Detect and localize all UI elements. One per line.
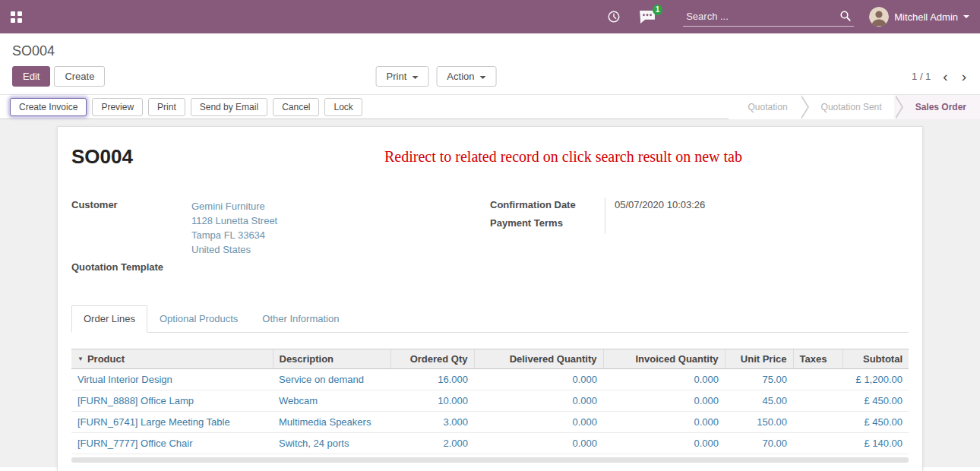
field-payment-terms: Payment Terms bbox=[490, 216, 909, 234]
column-header-description[interactable]: Description bbox=[273, 349, 390, 369]
tab-other-information[interactable]: Other Information bbox=[250, 305, 351, 332]
lock-button[interactable]: Lock bbox=[324, 98, 362, 116]
table-header: ▼Product Description Ordered Qty Deliver… bbox=[71, 349, 909, 369]
action-menu-label: Action bbox=[447, 71, 474, 82]
column-header-taxes[interactable]: Taxes bbox=[793, 349, 842, 369]
sort-caret-icon: ▼ bbox=[77, 356, 84, 362]
customer-value[interactable]: Gemini Furniture 1128 Lunetta Street Tam… bbox=[191, 198, 277, 257]
message-count-badge: 1 bbox=[653, 5, 663, 15]
cell-subtotal: £ 450.00 bbox=[842, 390, 909, 412]
cell-description[interactable]: Multimedia Speakers bbox=[273, 412, 390, 433]
cell-subtotal: £ 450.00 bbox=[842, 412, 909, 433]
caret-down-icon bbox=[479, 76, 485, 79]
table-header-row: ▼Product Description Ordered Qty Deliver… bbox=[71, 349, 909, 369]
cell-taxes bbox=[793, 369, 842, 390]
cell-product[interactable]: Virtual Interior Design bbox=[71, 369, 273, 390]
status-step-sales-order[interactable]: Sales Order bbox=[896, 95, 980, 119]
quotation-template-label: Quotation Template bbox=[71, 260, 191, 278]
tab-order-lines[interactable]: Order Lines bbox=[71, 305, 147, 333]
cell-product[interactable]: [FURN_6741] Large Meeting Table bbox=[71, 412, 273, 433]
statusbar: Create Invoice Preview Print Send by Ema… bbox=[0, 94, 980, 119]
status-step-quotation[interactable]: Quotation bbox=[729, 95, 801, 119]
top-navbar: 1 Mitchell Admin bbox=[0, 0, 980, 33]
cell-invoiced-quantity: 0.000 bbox=[603, 412, 725, 433]
print-button[interactable]: Print bbox=[148, 98, 185, 116]
pager: 1 / 1 ‹ › bbox=[912, 69, 968, 84]
print-menu-button[interactable]: Print bbox=[376, 66, 429, 87]
cell-description[interactable]: Service on demand bbox=[273, 369, 390, 390]
payment-terms-label: Payment Terms bbox=[490, 216, 605, 234]
customer-address-line: United States bbox=[191, 242, 277, 257]
create-invoice-button[interactable]: Create Invoice bbox=[10, 98, 87, 116]
field-groups: Customer Gemini Furniture 1128 Lunetta S… bbox=[71, 198, 909, 278]
status-step-quotation-sent[interactable]: Quotation Sent bbox=[801, 95, 896, 119]
cell-invoiced-quantity: 0.000 bbox=[603, 369, 725, 390]
table-row[interactable]: [FURN_6741] Large Meeting Table Multimed… bbox=[71, 412, 909, 433]
cell-taxes bbox=[793, 390, 842, 412]
action-menu-button[interactable]: Action bbox=[436, 66, 496, 87]
cell-unit-price: 45.00 bbox=[725, 390, 793, 412]
messages-icon[interactable]: 1 bbox=[639, 10, 656, 24]
cell-ordered-qty: 10.000 bbox=[390, 390, 474, 412]
avatar bbox=[869, 7, 889, 27]
cell-delivered-quantity: 0.000 bbox=[474, 369, 603, 390]
column-header-unit-price[interactable]: Unit Price bbox=[725, 349, 793, 369]
column-header-invoiced-quantity[interactable]: Invoiced Quantity bbox=[603, 349, 725, 369]
cell-product[interactable]: [FURN_8888] Office Lamp bbox=[71, 390, 273, 412]
table-row[interactable]: [FURN_8888] Office Lamp Webcam 10.000 0.… bbox=[71, 390, 909, 412]
pager-next-icon[interactable]: › bbox=[960, 69, 968, 84]
send-by-email-button[interactable]: Send by Email bbox=[191, 98, 267, 116]
table-row[interactable]: [FURN_7777] Office Chair Switch, 24 port… bbox=[71, 433, 909, 454]
payment-terms-value bbox=[605, 216, 772, 234]
breadcrumb-title: SO004 bbox=[12, 43, 55, 58]
cell-product[interactable]: [FURN_7777] Office Chair bbox=[71, 433, 273, 454]
notebook-tabs: Order Lines Optional Products Other Info… bbox=[71, 305, 909, 333]
field-quotation-template: Quotation Template bbox=[71, 260, 490, 278]
cell-invoiced-quantity: 0.000 bbox=[603, 433, 725, 454]
tab-optional-products[interactable]: Optional Products bbox=[147, 305, 250, 332]
field-group-left: Customer Gemini Furniture 1128 Lunetta S… bbox=[71, 198, 490, 278]
cell-subtotal: £ 140.00 bbox=[842, 433, 909, 454]
caret-down-icon bbox=[412, 76, 418, 79]
table-row[interactable]: Virtual Interior Design Service on deman… bbox=[71, 369, 909, 390]
create-button[interactable]: Create bbox=[54, 66, 105, 87]
cell-taxes bbox=[793, 433, 842, 454]
user-menu[interactable]: Mitchell Admin bbox=[869, 7, 969, 27]
preview-button[interactable]: Preview bbox=[92, 98, 143, 116]
pager-previous-icon[interactable]: ‹ bbox=[941, 69, 949, 84]
search-input[interactable] bbox=[683, 8, 854, 27]
column-header-subtotal[interactable]: Subtotal bbox=[842, 349, 909, 369]
order-lines-table: ▼Product Description Ordered Qty Deliver… bbox=[71, 349, 909, 454]
column-header-product[interactable]: ▼Product bbox=[71, 349, 273, 369]
print-menu-label: Print bbox=[387, 71, 407, 82]
record-action-buttons: Edit Create bbox=[12, 66, 105, 87]
cell-invoiced-quantity: 0.000 bbox=[603, 390, 725, 412]
field-customer: Customer Gemini Furniture 1128 Lunetta S… bbox=[71, 198, 490, 257]
column-header-label: Product bbox=[87, 353, 125, 365]
cell-delivered-quantity: 0.000 bbox=[474, 433, 603, 454]
cell-taxes bbox=[793, 412, 842, 433]
cell-description[interactable]: Switch, 24 ports bbox=[273, 433, 390, 454]
cell-unit-price: 150.00 bbox=[725, 412, 793, 433]
cell-ordered-qty: 3.000 bbox=[390, 412, 474, 433]
column-header-ordered-qty[interactable]: Ordered Qty bbox=[390, 349, 474, 369]
red-annotation-text: Redirect to related record on click sear… bbox=[384, 148, 742, 166]
customer-address-line: 1128 Lunetta Street bbox=[191, 213, 277, 228]
apps-menu-icon[interactable] bbox=[11, 11, 22, 23]
cell-unit-price: 70.00 bbox=[725, 433, 793, 454]
activities-clock-icon[interactable] bbox=[607, 10, 621, 24]
cell-description[interactable]: Webcam bbox=[273, 390, 390, 412]
field-group-right: Confirmation Date 05/07/2020 10:03:26 Pa… bbox=[490, 198, 909, 278]
cell-subtotal: £ 1,200.00 bbox=[842, 369, 909, 390]
horizontal-scrollbar[interactable] bbox=[71, 457, 909, 463]
column-header-delivered-quantity[interactable]: Delivered Quantity bbox=[474, 349, 603, 369]
edit-button[interactable]: Edit bbox=[12, 66, 50, 87]
cell-unit-price: 75.00 bbox=[725, 369, 793, 390]
search-icon[interactable] bbox=[839, 10, 852, 24]
customer-name-link[interactable]: Gemini Furniture bbox=[191, 199, 277, 213]
cell-delivered-quantity: 0.000 bbox=[474, 390, 603, 412]
confirmation-date-value: 05/07/2020 10:03:26 bbox=[605, 198, 772, 216]
form-sheet: SO004 Redirect to related record on clic… bbox=[57, 126, 923, 471]
confirmation-date-label: Confirmation Date bbox=[490, 198, 605, 216]
cancel-button[interactable]: Cancel bbox=[273, 98, 319, 116]
